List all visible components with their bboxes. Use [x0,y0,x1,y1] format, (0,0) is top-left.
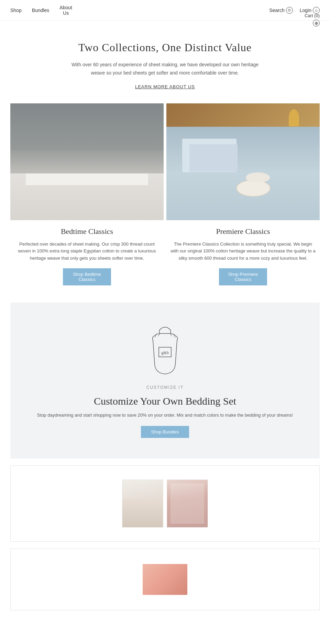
shop-premiere-button[interactable]: Shop PremiereClassics [219,268,267,285]
product-preview-inner [122,479,208,528]
nav-bundles[interactable]: Bundles [32,8,50,13]
search-link[interactable]: Search ⊙ [269,7,293,14]
bedtime-scene [10,103,164,220]
bottom-product-thumb [143,564,187,595]
bedtime-text: Bedtime Classics Perfected over decades … [10,220,164,292]
nav-left: Shop Bundles About Us [10,5,72,16]
premiere-description: The Premiere Classics Collection is some… [170,241,316,262]
customize-description: Stop daydreaming and start shopping now … [24,413,306,418]
login-link[interactable]: Login ☺ [300,7,320,14]
nav-right: Search ⊙ Login ☺ [269,7,320,14]
cart-link[interactable]: Cart (0) [305,13,320,18]
nav-shop[interactable]: Shop [10,8,22,13]
premiere-title: Premiere Classics [170,227,316,236]
search-label: Search [269,8,284,13]
bedtime-image [10,103,164,220]
hero-section: Two Collections, One Distinct Value With… [0,21,330,103]
product-preview-section-1 [10,465,320,542]
customize-label: CUSTOMIZE IT [24,385,306,390]
hero-description: With over 60 years of experience of shee… [69,61,261,77]
user-icon: ☺ [313,7,320,14]
product-thumb-2 [167,479,208,528]
collection-bedtime: Bedtime Classics Perfected over decades … [10,103,164,292]
bedtime-title: Bedtime Classics [14,227,160,236]
shop-bundles-button[interactable]: Shop Bundles [141,426,189,438]
product-thumb-1 [122,479,163,528]
premiere-text: Premiere Classics The Premiere Classics … [166,220,320,292]
nav-about[interactable]: About [59,5,72,10]
bottom-section [10,549,320,610]
collection-premiere: Premiere Classics The Premiere Classics … [166,103,320,292]
collections-grid: Bedtime Classics Perfected over decades … [0,103,330,292]
bag-illustration: g&b [144,323,186,378]
hero-title: Two Collections, One Distinct Value [28,41,302,54]
svg-text:g&b: g&b [161,350,168,355]
bedtime-description: Perfected over decades of sheet making. … [14,241,160,262]
search-icon: ⊙ [286,7,293,14]
nav-about-container: About Us [59,5,72,16]
login-label: Login [300,8,311,13]
learn-more-link[interactable]: LEARN MORE ABOUT US [135,84,195,89]
customize-title: Customize Your Own Bedding Set [24,395,306,407]
customize-section: g&b CUSTOMIZE IT Customize Your Own Bedd… [10,303,320,459]
premiere-scene [166,103,320,220]
shop-bedtime-button[interactable]: Shop BedtimeClassics [63,268,111,285]
nav-us[interactable]: Us [63,10,69,16]
navbar: Shop Bundles About Us Search ⊙ Login ☺ C… [0,0,330,21]
premiere-image [166,103,320,220]
